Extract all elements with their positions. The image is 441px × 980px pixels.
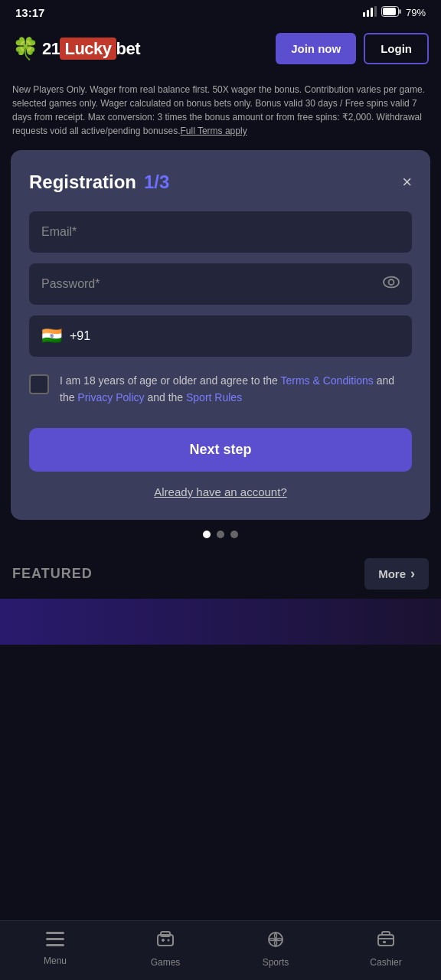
age-consent-wrapper: I am 18 years of age or older and agree … — [29, 372, 412, 407]
cashier-icon — [377, 930, 395, 953]
dot-3 — [230, 531, 238, 538]
menu-icon — [46, 932, 64, 952]
svg-rect-20 — [383, 941, 386, 943]
dot-1 — [203, 531, 211, 538]
join-now-button[interactable]: Join now — [276, 33, 356, 64]
privacy-policy-link[interactable]: Privacy Policy — [77, 391, 144, 403]
svg-point-7 — [384, 277, 399, 288]
nav-cashier[interactable]: Cashier — [331, 930, 441, 968]
logo-21: 21 — [42, 39, 60, 58]
games-label: Games — [151, 957, 181, 968]
signal-icon — [363, 6, 377, 19]
already-account-link[interactable]: Already have an account? — [29, 485, 412, 498]
svg-point-8 — [389, 279, 394, 285]
flag-icon: 🇮🇳 — [41, 326, 62, 346]
featured-strip — [0, 599, 441, 645]
status-time: 13:17 — [15, 6, 44, 19]
eye-icon[interactable] — [383, 276, 400, 292]
password-wrapper — [29, 263, 412, 305]
svg-rect-11 — [46, 944, 64, 946]
nav-menu[interactable]: Menu — [0, 932, 110, 966]
menu-label: Menu — [44, 956, 67, 966]
battery-icon — [381, 6, 401, 19]
modal-step: 1/3 — [144, 172, 169, 193]
svg-rect-0 — [363, 12, 365, 17]
cashier-label: Cashier — [370, 957, 401, 968]
status-bar: 13:17 79% — [0, 0, 441, 25]
dots-indicator — [0, 520, 441, 549]
status-icons: 79% — [363, 6, 426, 19]
header: 🍀 21Luckybet Join now Login — [0, 25, 441, 75]
more-chevron-icon: › — [410, 566, 415, 582]
dot-2 — [217, 531, 224, 538]
next-step-button[interactable]: Next step — [29, 428, 412, 472]
svg-rect-5 — [383, 8, 396, 15]
svg-rect-18 — [378, 935, 394, 946]
disclaimer: New Players Only. Wager from real balanc… — [0, 75, 441, 150]
header-buttons: Join now Login — [276, 33, 429, 64]
sports-label: Sports — [263, 957, 289, 968]
consent-text1: I am 18 years of age or older and agree … — [60, 374, 280, 387]
bottom-nav: Menu Games Sports — [0, 920, 441, 980]
svg-rect-9 — [46, 932, 64, 934]
email-input[interactable] — [29, 211, 412, 253]
modal-title-group: Registration 1/3 — [29, 172, 169, 193]
modal-close-button[interactable]: × — [402, 174, 412, 191]
logo: 🍀 21Luckybet — [12, 36, 140, 61]
login-button[interactable]: Login — [364, 33, 429, 64]
age-checkbox[interactable] — [29, 374, 49, 394]
password-input[interactable] — [29, 263, 412, 305]
nav-sports[interactable]: Sports — [220, 930, 331, 968]
phone-field[interactable]: 🇮🇳 +91 — [29, 315, 412, 357]
featured-header: FEATURED More › — [0, 549, 441, 599]
full-terms-link[interactable]: Full Terms apply — [180, 126, 247, 136]
logo-lucky: Lucky — [60, 38, 116, 60]
registration-modal: Registration 1/3 × 🇮🇳 +91 I am 18 years … — [11, 150, 430, 520]
svg-rect-6 — [399, 9, 401, 14]
nav-games[interactable]: Games — [110, 930, 220, 968]
svg-rect-1 — [367, 10, 369, 17]
modal-header: Registration 1/3 × — [29, 172, 412, 193]
consent-text3: and the — [145, 391, 187, 403]
logo-text: 21Luckybet — [42, 39, 140, 59]
phone-code: +91 — [70, 329, 90, 343]
svg-rect-2 — [371, 8, 373, 17]
sports-icon — [266, 930, 285, 953]
logo-bet: bet — [116, 39, 141, 58]
svg-rect-3 — [374, 6, 377, 17]
battery-percent: 79% — [406, 7, 426, 18]
modal-title: Registration — [29, 172, 136, 193]
more-button[interactable]: More › — [364, 558, 429, 590]
featured-title: FEATURED — [12, 566, 93, 582]
sport-rules-link[interactable]: Sport Rules — [186, 391, 242, 403]
games-icon — [156, 930, 175, 953]
age-consent-label: I am 18 years of age or older and agree … — [60, 372, 412, 407]
more-label: More — [378, 567, 406, 580]
svg-point-16 — [168, 939, 170, 942]
terms-conditions-link[interactable]: Terms & Conditions — [280, 374, 373, 387]
svg-rect-10 — [46, 938, 64, 940]
